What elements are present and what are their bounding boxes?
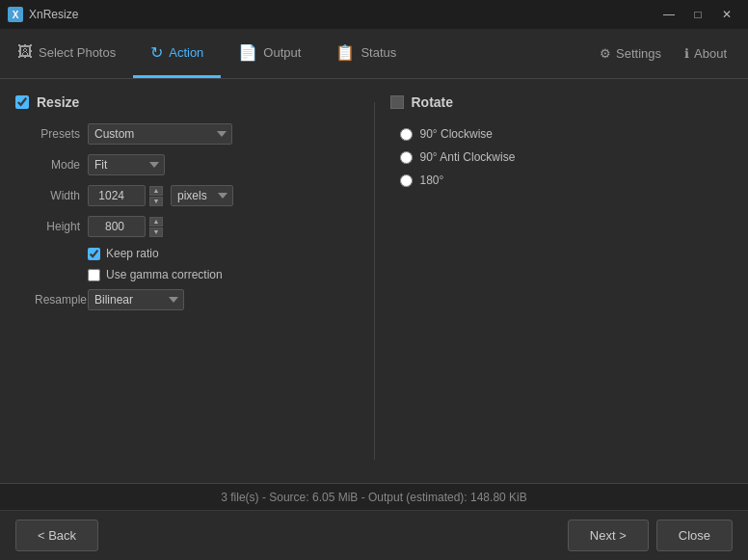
nav-tabs-left: 🖼 Select Photos ↻ Action 📄 Output 📋 Stat… [0,29,414,78]
tab-select-photos-label: Select Photos [39,45,116,60]
presets-row: Presets Custom 800x600 1024x768 1920x108… [15,123,359,145]
rotate-section-label: Rotate [412,94,454,110]
rotate-panel: Rotate 90° Clockwise 90° Anti Clockwise … [390,94,734,467]
width-row: Width ▲ ▼ pixels percent cm inches [15,185,359,206]
minimize-button[interactable]: — [655,5,682,24]
about-label: About [694,46,727,61]
height-input[interactable] [88,216,146,237]
resize-panel: Resize Presets Custom 800x600 1024x768 1… [15,94,359,467]
width-input[interactable] [88,185,146,206]
resize-enable-checkbox[interactable] [15,95,29,109]
mode-row: Mode Fit Stretch Crop Pad [15,154,359,175]
mode-label: Mode [35,158,88,172]
next-button[interactable]: Next > [568,520,649,551]
tab-select-photos[interactable]: 🖼 Select Photos [0,29,133,78]
width-down-arrow[interactable]: ▼ [149,197,163,206]
height-label: Height [35,220,88,233]
title-bar: X XnResize — □ ✕ [0,0,748,29]
maximize-button[interactable]: □ [684,5,711,24]
back-button[interactable]: < Back [15,520,98,551]
resample-label: Resample [35,293,88,307]
app-title: XnResize [29,8,78,21]
height-arrows: ▲ ▼ [149,217,163,237]
tab-status-label: Status [361,45,396,60]
window-controls: — □ ✕ [655,5,740,24]
close-button[interactable]: Close [656,520,733,551]
tab-action-label: Action [169,45,203,60]
settings-button[interactable]: ⚙ Settings [590,40,671,67]
nav-right: ⚙ Settings ℹ About [590,29,748,78]
rotate-enable-checkbox[interactable] [390,95,404,109]
settings-icon: ⚙ [600,46,611,61]
width-label: Width [35,189,88,202]
rotate-180-row: 180° [400,173,734,187]
panel-divider [374,102,375,460]
keep-ratio-row: Keep ratio [15,247,359,260]
width-spinner: ▲ ▼ [88,185,163,206]
rotate-options: 90° Clockwise 90° Anti Clockwise 180° [390,127,734,187]
select-photos-icon: 🖼 [17,43,33,61]
about-button[interactable]: ℹ About [675,40,736,67]
status-bar: 3 file(s) - Source: 6.05 MiB - Output (e… [0,483,748,510]
title-bar-left: X XnResize [8,7,78,22]
keep-ratio-checkbox[interactable] [88,248,100,260]
settings-label: Settings [616,46,661,61]
height-row: Height ▲ ▼ [15,216,359,237]
presets-select[interactable]: Custom 800x600 1024x768 1920x1080 2560x1… [88,123,232,145]
status-text: 3 file(s) - Source: 6.05 MiB - Output (e… [221,491,526,504]
app-icon: X [8,7,23,22]
bottom-right-buttons: Next > Close [568,520,733,551]
unit-select[interactable]: pixels percent cm inches [171,185,233,206]
height-up-arrow[interactable]: ▲ [149,217,163,227]
bottom-bar: < Back Next > Close [0,510,748,560]
rotate-acw90-row: 90° Anti Clockwise [400,150,734,164]
rotate-acw90-radio[interactable] [400,151,413,164]
nav-bar: 🖼 Select Photos ↻ Action 📄 Output 📋 Stat… [0,29,748,79]
gamma-checkbox[interactable] [88,269,100,281]
resample-row: Resample Nearest Bilinear Bicubic Lanczo… [15,289,359,310]
height-spinner: ▲ ▼ [88,216,163,237]
rotate-180-radio[interactable] [400,174,413,187]
resample-select[interactable]: Nearest Bilinear Bicubic Lanczos [88,289,184,310]
rotate-cw90-label: 90° Clockwise [420,127,494,141]
mode-select[interactable]: Fit Stretch Crop Pad [88,154,165,175]
main-content: Resize Presets Custom 800x600 1024x768 1… [0,79,748,483]
presets-label: Presets [35,127,88,141]
gamma-row: Use gamma correction [15,268,359,281]
output-icon: 📄 [238,43,257,62]
action-icon: ↻ [150,43,163,62]
keep-ratio-label: Keep ratio [106,247,159,260]
width-up-arrow[interactable]: ▲ [149,186,163,196]
resize-section-label: Resize [37,94,79,110]
status-icon: 📋 [335,43,355,62]
width-arrows: ▲ ▼ [149,186,163,206]
tab-status[interactable]: 📋 Status [318,29,414,78]
rotate-section-header: Rotate [390,94,734,110]
rotate-cw90-radio[interactable] [400,128,413,141]
resize-section-header: Resize [15,94,359,110]
tab-action[interactable]: ↻ Action [133,29,221,78]
window-close-button[interactable]: ✕ [713,5,740,24]
tab-output-label: Output [263,45,301,60]
gamma-label: Use gamma correction [106,268,223,281]
tab-output[interactable]: 📄 Output [221,29,318,78]
rotate-cw90-row: 90° Clockwise [400,127,734,141]
rotate-180-label: 180° [420,173,444,187]
rotate-acw90-label: 90° Anti Clockwise [420,150,516,164]
height-down-arrow[interactable]: ▼ [149,227,163,237]
about-icon: ℹ [684,46,689,61]
